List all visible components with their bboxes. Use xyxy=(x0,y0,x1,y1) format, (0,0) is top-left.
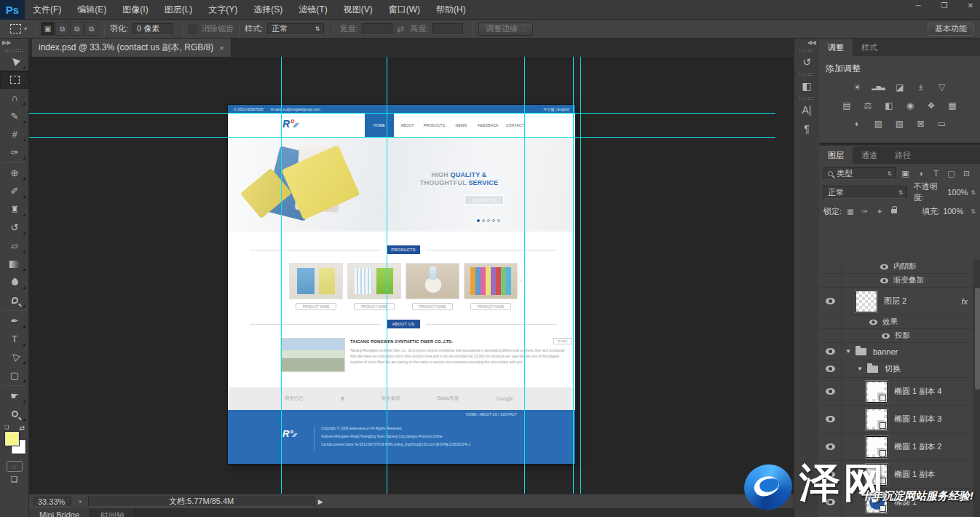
color-balance-icon[interactable]: ⚖ xyxy=(861,100,874,111)
black-white-icon[interactable]: ◧ xyxy=(882,100,896,111)
hue-saturation-icon[interactable]: ▤ xyxy=(840,100,853,111)
visibility-eye-icon[interactable] xyxy=(826,499,835,505)
selection-new-button[interactable]: ▣ xyxy=(41,22,55,36)
layer-row[interactable]: 椭圆 1 副本 3 xyxy=(819,406,973,433)
visibility-eye-icon[interactable] xyxy=(880,264,888,269)
antialias-checkbox[interactable] xyxy=(189,25,197,33)
refine-edge-button[interactable]: 调整边缘… xyxy=(478,23,533,36)
tab-mini-bridge[interactable]: Mini Bridge xyxy=(29,508,90,517)
layer-effects-header-row[interactable]: 效果 xyxy=(819,315,973,329)
default-colors-icon[interactable]: ❏ xyxy=(4,425,9,430)
close-icon[interactable]: ✕ xyxy=(965,1,976,9)
lock-position-icon[interactable]: + xyxy=(874,208,885,216)
height-input[interactable] xyxy=(432,23,463,35)
layer-thumbnail[interactable] xyxy=(866,464,888,486)
hand-tool[interactable]: ☛ xyxy=(0,387,29,405)
layer-row[interactable]: 椭圆 1 副本 2 xyxy=(819,433,973,461)
dock-collapse-icon[interactable]: ◀◀ xyxy=(794,39,819,47)
visibility-eye-icon[interactable] xyxy=(826,443,835,450)
toolbar-grip[interactable] xyxy=(4,48,24,52)
blend-mode-dropdown[interactable]: 正常⇅ xyxy=(823,186,907,199)
zoom-level-field[interactable]: 33.33% xyxy=(33,497,71,507)
gradient-map-icon[interactable]: ▭ xyxy=(936,119,949,129)
properties-panel-icon[interactable]: ◧ xyxy=(794,76,819,95)
style-dropdown[interactable]: 正常⇅ xyxy=(267,23,324,35)
selection-add-button[interactable]: ⧉ xyxy=(55,22,69,36)
status-options-arrow-icon[interactable]: ▶ xyxy=(318,498,323,505)
visibility-eye-icon[interactable] xyxy=(826,416,835,422)
fx-badge[interactable]: fx xyxy=(961,297,968,306)
fill-value[interactable]: 100% xyxy=(943,207,963,216)
menu-file[interactable]: 文件(F) xyxy=(25,0,69,20)
screen-mode-button[interactable]: ❏ xyxy=(7,475,23,485)
blur-tool[interactable] xyxy=(0,273,29,291)
zoom-tool[interactable] xyxy=(0,405,29,423)
brush-tool[interactable]: ✐ xyxy=(0,182,29,200)
layer-thumbnail[interactable] xyxy=(866,492,888,513)
filter-adjustment-layers-icon[interactable]: ◑ xyxy=(914,169,927,178)
color-lookup-icon[interactable]: ▦ xyxy=(946,100,959,111)
filter-smart-objects-icon[interactable]: ⊡ xyxy=(960,169,973,178)
spot-healing-brush-tool[interactable]: ⊕ xyxy=(0,164,29,182)
curves-icon[interactable]: ◪ xyxy=(893,82,906,92)
filter-type-layers-icon[interactable]: T xyxy=(930,169,942,178)
quick-mask-button[interactable]: ◌ xyxy=(7,461,23,472)
eraser-tool[interactable]: ▱ xyxy=(0,237,29,255)
feather-input[interactable]: 0 像素 xyxy=(133,23,173,35)
dodge-tool[interactable] xyxy=(0,291,29,309)
lock-all-icon[interactable] xyxy=(891,209,897,213)
selection-subtract-button[interactable]: ⧉ xyxy=(70,22,84,36)
history-panel-icon[interactable]: ↺ xyxy=(794,52,819,71)
swap-colors-icon[interactable]: ⇄ xyxy=(19,425,25,432)
invert-icon[interactable]: ◐ xyxy=(851,119,864,129)
filter-pixel-layers-icon[interactable]: ▣ xyxy=(899,169,912,178)
visibility-eye-icon[interactable] xyxy=(880,277,888,283)
tab-styles[interactable]: 样式 xyxy=(853,39,886,56)
layer-row[interactable]: 椭圆 1 副本 xyxy=(819,461,973,489)
layer-row[interactable]: 图层 2 fx xyxy=(819,288,973,315)
layer-thumbnail[interactable] xyxy=(866,409,888,430)
menu-edit[interactable]: 编辑(E) xyxy=(69,0,114,20)
visibility-eye-icon[interactable] xyxy=(826,471,835,478)
move-tool[interactable]: ▶ xyxy=(0,52,29,71)
layer-effect-row[interactable]: 内阴影 xyxy=(819,260,973,274)
pen-tool[interactable]: ✒ xyxy=(0,312,29,330)
foreground-color-swatch[interactable] xyxy=(5,432,19,446)
path-selection-tool[interactable]: ▷ xyxy=(0,348,29,366)
tool-preset-arrow-icon[interactable]: ▾ xyxy=(24,25,27,32)
vibrance-icon[interactable]: ▽ xyxy=(936,82,949,92)
workspace-switcher-button[interactable]: 基本功能 xyxy=(928,23,974,36)
tab-timeline[interactable]: 时间轴 xyxy=(90,508,135,517)
menu-select[interactable]: 选择(S) xyxy=(245,0,291,20)
menu-window[interactable]: 窗口(W) xyxy=(381,0,428,20)
lock-pixels-icon[interactable]: ✑ xyxy=(859,208,871,216)
levels-icon[interactable]: ▂▅▃ xyxy=(872,84,885,90)
tool-preset-icon[interactable] xyxy=(10,24,21,33)
tab-layers[interactable]: 图层 xyxy=(819,146,853,164)
eyedropper-tool[interactable]: ✑ xyxy=(0,143,29,162)
group-disclosure-icon[interactable]: ▼ xyxy=(845,348,851,355)
selection-intersect-button[interactable]: ⧉ xyxy=(84,22,98,36)
opacity-value[interactable]: 100% xyxy=(947,188,968,197)
tab-close-icon[interactable]: × xyxy=(219,44,224,52)
layers-scrollbar[interactable] xyxy=(973,260,980,517)
selective-color-icon[interactable]: ⊠ xyxy=(914,119,928,129)
filter-shape-layers-icon[interactable]: ▢ xyxy=(945,169,957,178)
crop-tool[interactable]: # xyxy=(0,125,29,143)
exposure-icon[interactable]: ± xyxy=(914,82,928,92)
visibility-eye-icon[interactable] xyxy=(826,298,835,304)
visibility-eye-icon[interactable] xyxy=(869,319,877,325)
layer-filter-dropdown[interactable]: 类型 ⇅ xyxy=(823,167,896,180)
history-brush-tool[interactable]: ↺ xyxy=(0,218,29,237)
toolbar-expand-icon[interactable]: ▶▶ xyxy=(0,39,28,47)
type-tool[interactable]: T xyxy=(0,330,29,348)
layer-row[interactable]: 椭圆 1 xyxy=(819,489,973,516)
menu-view[interactable]: 视图(V) xyxy=(336,0,381,20)
visibility-eye-icon[interactable] xyxy=(882,333,890,339)
restore-icon[interactable]: ❐ xyxy=(939,1,949,9)
tab-channels[interactable]: 通道 xyxy=(853,146,886,164)
canvas[interactable]: ✆ 0512-82907626 ✉ sara.xu@rongweigroup.c… xyxy=(29,57,794,494)
visibility-eye-icon[interactable] xyxy=(826,348,835,355)
shape-tool[interactable]: ▢ xyxy=(0,366,29,384)
menu-image[interactable]: 图像(I) xyxy=(114,0,156,20)
